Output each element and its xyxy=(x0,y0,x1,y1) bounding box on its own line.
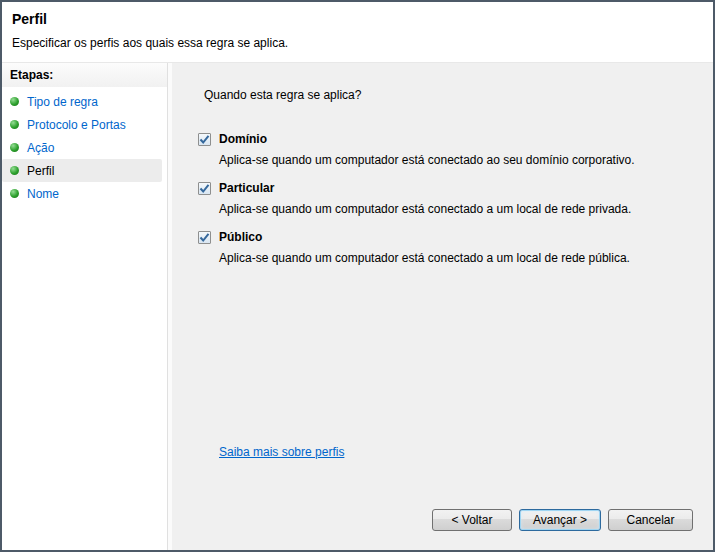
sidebar-item-nome[interactable]: Nome xyxy=(2,182,167,205)
step-bullet-icon xyxy=(10,120,19,129)
step-bullet-icon xyxy=(10,97,19,106)
cancel-button[interactable]: Cancelar xyxy=(608,509,693,531)
sidebar-item-label: Protocolo e Portas xyxy=(27,118,126,132)
sidebar-item-label: Ação xyxy=(27,141,54,155)
domain-label[interactable]: Domínio xyxy=(219,132,267,146)
profile-question: Quando esta regra se aplica? xyxy=(204,88,693,102)
option-domain: Domínio Aplica-se quando um computador e… xyxy=(198,132,693,167)
sidebar-item-acao[interactable]: Ação xyxy=(2,136,167,159)
domain-checkbox[interactable] xyxy=(198,133,211,146)
private-description: Aplica-se quando um computador está cone… xyxy=(219,202,693,216)
step-bullet-icon xyxy=(10,143,19,152)
page-title: Perfil xyxy=(12,11,703,27)
private-label[interactable]: Particular xyxy=(219,181,274,195)
learn-more-link[interactable]: Saiba mais sobre perfis xyxy=(219,445,344,459)
steps-header: Etapas: xyxy=(2,63,167,87)
public-label[interactable]: Público xyxy=(219,230,262,244)
steps-sidebar: Etapas: Tipo de regra Protocolo e Portas… xyxy=(2,63,168,550)
step-bullet-icon xyxy=(10,166,19,175)
sidebar-item-label: Tipo de regra xyxy=(27,95,98,109)
step-bullet-icon xyxy=(10,189,19,198)
wizard-window: Perfil Especificar os perfis aos quais e… xyxy=(0,0,715,552)
checkmark-icon xyxy=(199,232,210,243)
sidebar-item-label: Nome xyxy=(27,187,59,201)
back-button[interactable]: < Voltar xyxy=(432,509,512,531)
steps-list: Tipo de regra Protocolo e Portas Ação Pe… xyxy=(2,90,167,205)
profile-options: Domínio Aplica-se quando um computador e… xyxy=(198,132,693,265)
domain-description: Aplica-se quando um computador está cone… xyxy=(219,153,693,167)
main-panel: Quando esta regra se aplica? Domínio Apl… xyxy=(168,63,713,550)
next-button[interactable]: Avançar > xyxy=(519,509,601,531)
sidebar-item-tipo-de-regra[interactable]: Tipo de regra xyxy=(2,90,167,113)
sidebar-item-label: Perfil xyxy=(27,164,54,178)
wizard-header: Perfil Especificar os perfis aos quais e… xyxy=(2,2,713,63)
sidebar-item-protocolo-e-portas[interactable]: Protocolo e Portas xyxy=(2,113,167,136)
option-private: Particular Aplica-se quando um computado… xyxy=(198,181,693,216)
public-checkbox[interactable] xyxy=(198,231,211,244)
wizard-body: Etapas: Tipo de regra Protocolo e Portas… xyxy=(2,63,713,550)
wizard-footer: < Voltar Avançar > Cancelar xyxy=(432,509,693,531)
checkmark-icon xyxy=(199,183,210,194)
private-checkbox[interactable] xyxy=(198,182,211,195)
page-subtitle: Especificar os perfis aos quais essa reg… xyxy=(12,36,703,50)
option-public: Público Aplica-se quando um computador e… xyxy=(198,230,693,265)
sidebar-item-perfil[interactable]: Perfil xyxy=(2,159,162,182)
public-description: Aplica-se quando um computador está cone… xyxy=(219,251,693,265)
checkmark-icon xyxy=(199,134,210,145)
